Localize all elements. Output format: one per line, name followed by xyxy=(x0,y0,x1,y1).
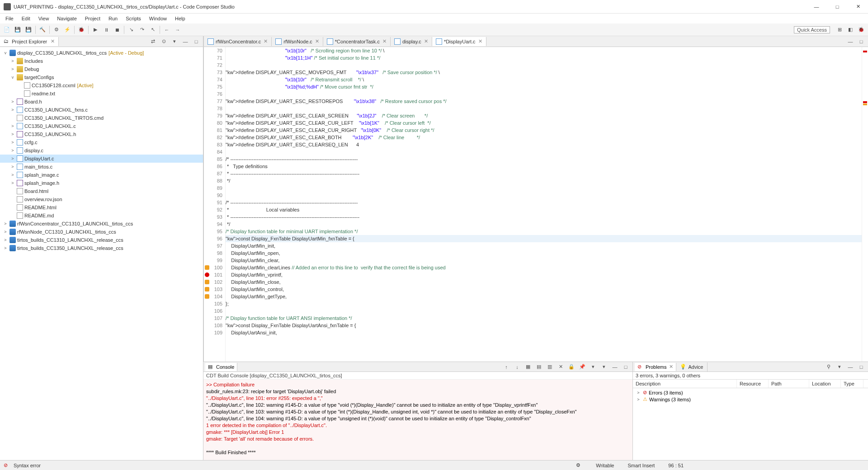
editor-tab[interactable]: rfWsnConcentrator.c✕ xyxy=(204,37,272,46)
tree-item[interactable]: >rfWsnConcentrator_CC1310_LAUNCHXL_tirto… xyxy=(0,220,203,228)
console-opt1-icon[interactable]: ▦ xyxy=(523,362,533,372)
maximize-console-icon[interactable]: □ xyxy=(621,362,631,372)
resume-icon[interactable]: ▶ xyxy=(90,25,100,35)
code-editor[interactable]: "\x1b[10r" /* Scrolling region from line… xyxy=(226,47,862,362)
menu-edit[interactable]: Edit xyxy=(18,15,34,22)
problems-column[interactable]: Type xyxy=(841,380,863,388)
close-icon[interactable]: ✕ xyxy=(669,364,673,370)
perspective-open-icon[interactable]: ⊞ xyxy=(835,25,844,35)
menu-run[interactable]: Run xyxy=(105,15,121,22)
tree-item[interactable]: vtargetConfigs xyxy=(0,73,203,81)
open-console-icon[interactable]: ▾ xyxy=(599,362,609,372)
editor-tab[interactable]: display.c✕ xyxy=(391,37,432,46)
minimize-button[interactable]: — xyxy=(810,2,823,11)
menu-help[interactable]: Help xyxy=(171,15,189,22)
console-opt3-icon[interactable]: ▥ xyxy=(545,362,555,372)
close-tab-icon[interactable]: ✕ xyxy=(478,38,482,44)
tree-item[interactable]: >Includes xyxy=(0,57,203,65)
link-editor-icon[interactable]: ⇄ xyxy=(148,37,158,47)
flash-icon[interactable]: ⚡ xyxy=(62,25,72,35)
focus-icon[interactable]: ⊙ xyxy=(159,37,169,47)
menu-navigate[interactable]: Navigate xyxy=(53,15,80,22)
scroll-up-icon[interactable]: ↑ xyxy=(501,362,511,372)
tree-item[interactable]: >rfWsnNode_CC1310_LAUNCHXL_tirtos_ccs xyxy=(0,228,203,236)
close-button[interactable]: ✕ xyxy=(852,2,864,11)
problems-column[interactable]: Location xyxy=(809,380,841,388)
console-tab[interactable]: ▤ Console xyxy=(205,363,237,371)
menu-window[interactable]: Window xyxy=(146,15,170,22)
tree-item[interactable]: >tirtos_builds_CC1350_LAUNCHXL_release_c… xyxy=(0,244,203,252)
menu-view[interactable]: View xyxy=(35,15,53,22)
problems-tab[interactable]: ⊘ Problems ✕ xyxy=(635,363,676,371)
tree-item[interactable]: >ccfg.c xyxy=(0,138,203,146)
tree-item[interactable]: >CC1350_LAUNCHXL.c xyxy=(0,122,203,130)
project-tree[interactable]: vdisplay_CC1350_LAUNCHXL_tirtos_ccs[Acti… xyxy=(0,47,203,460)
minimize-editor-icon[interactable]: — xyxy=(845,37,855,47)
editor-tab[interactable]: *ConcentratorTask.c✕ xyxy=(323,37,391,46)
tree-item[interactable]: >DisplayUart.c xyxy=(0,155,203,163)
close-tab-icon[interactable]: ✕ xyxy=(382,38,387,44)
step-into-icon[interactable]: ↘ xyxy=(126,25,136,35)
menu-file[interactable]: File xyxy=(2,15,17,22)
console-opt2-icon[interactable]: ▤ xyxy=(534,362,544,372)
view-menu-icon[interactable]: ▾ xyxy=(170,37,179,47)
step-return-icon[interactable]: ↖ xyxy=(148,25,158,35)
quick-access-field[interactable]: Quick Access xyxy=(794,26,830,33)
tree-item[interactable]: >main_tirtos.c xyxy=(0,163,203,171)
save-all-icon[interactable]: 💾 xyxy=(24,25,33,35)
tree-item[interactable]: README.html xyxy=(0,203,203,212)
tree-item[interactable]: CC1350_LAUNCHXL_TIRTOS.cmd xyxy=(0,114,203,122)
perspective-debug-icon[interactable]: 🐞 xyxy=(856,25,866,35)
console-output[interactable]: >> Compilation failuresubdir_rules.mk:23… xyxy=(203,380,632,460)
tree-item[interactable]: vdisplay_CC1350_LAUNCHXL_tirtos_ccs[Acti… xyxy=(0,49,203,57)
problems-column[interactable]: Resource xyxy=(737,380,769,388)
menu-project[interactable]: Project xyxy=(81,15,104,22)
editor-tab[interactable]: rfWsnNode.c✕ xyxy=(272,37,323,46)
problems-group[interactable]: >⊘Errors (3 items) xyxy=(633,389,868,396)
editor-tab[interactable]: *DisplayUart.c✕ xyxy=(432,37,486,46)
tree-item[interactable]: >splash_image.h xyxy=(0,179,203,187)
problems-column[interactable]: Description xyxy=(633,380,737,388)
pin-console-icon[interactable]: 📌 xyxy=(577,362,587,372)
target-config-icon[interactable]: ⚙ xyxy=(52,25,61,35)
tree-item[interactable]: >tirtos_builds_CC1310_LAUNCHXL_release_c… xyxy=(0,236,203,244)
forward-icon[interactable]: → xyxy=(173,25,183,35)
problems-group[interactable]: >⚠Warnings (3 items) xyxy=(633,396,868,403)
menu-scripts[interactable]: Scripts xyxy=(122,15,145,22)
pause-icon[interactable]: ⏸ xyxy=(101,25,111,35)
build-status-icon[interactable]: ⚙ xyxy=(576,462,582,469)
perspective-ccs-icon[interactable]: ◧ xyxy=(845,25,855,35)
scroll-lock-icon[interactable]: 🔒 xyxy=(566,362,576,372)
tree-item[interactable]: >Board.h xyxy=(0,98,203,106)
maximize-problems-icon[interactable]: □ xyxy=(856,362,866,372)
tree-item[interactable]: Board.html xyxy=(0,187,203,195)
minimize-console-icon[interactable]: — xyxy=(610,362,620,372)
build-icon[interactable]: 🔨 xyxy=(38,25,47,35)
tree-item[interactable]: >splash_image.c xyxy=(0,171,203,179)
close-tab-icon[interactable]: ✕ xyxy=(264,38,268,44)
close-tab-icon[interactable]: ✕ xyxy=(315,38,319,44)
problems-rows[interactable]: >⊘Errors (3 items)>⚠Warnings (3 items) xyxy=(633,388,868,404)
scroll-down-icon[interactable]: ↓ xyxy=(512,362,522,372)
overview-ruler[interactable] xyxy=(862,47,868,362)
view-menu-icon[interactable]: ▾ xyxy=(835,362,844,372)
maximize-editor-icon[interactable]: □ xyxy=(856,37,866,47)
clear-console-icon[interactable]: ✕ xyxy=(556,362,566,372)
minimize-view-icon[interactable]: — xyxy=(180,37,190,47)
filter-icon[interactable]: ⚲ xyxy=(824,362,834,372)
tree-item[interactable]: CC1350F128.ccxml[Active] xyxy=(0,81,203,89)
back-icon[interactable]: ← xyxy=(162,25,172,35)
maximize-button[interactable]: □ xyxy=(831,2,844,11)
minimize-problems-icon[interactable]: — xyxy=(845,362,855,372)
tree-item[interactable]: overview.rov.json xyxy=(0,195,203,203)
new-icon[interactable]: 📄 xyxy=(2,25,12,35)
close-tab-icon[interactable]: ✕ xyxy=(424,38,428,44)
project-explorer-tab[interactable]: 🗂 Project Explorer ✕ xyxy=(0,37,59,46)
tree-item[interactable]: readme.txt xyxy=(0,89,203,98)
tree-item[interactable]: >display.c xyxy=(0,146,203,155)
tree-item[interactable]: >CC1350_LAUNCHXL_fxns.c xyxy=(0,106,203,114)
close-icon[interactable]: ✕ xyxy=(51,38,55,44)
advice-tab[interactable]: 💡 Advice xyxy=(676,362,707,371)
maximize-view-icon[interactable]: □ xyxy=(191,37,201,47)
step-over-icon[interactable]: ↷ xyxy=(137,25,147,35)
